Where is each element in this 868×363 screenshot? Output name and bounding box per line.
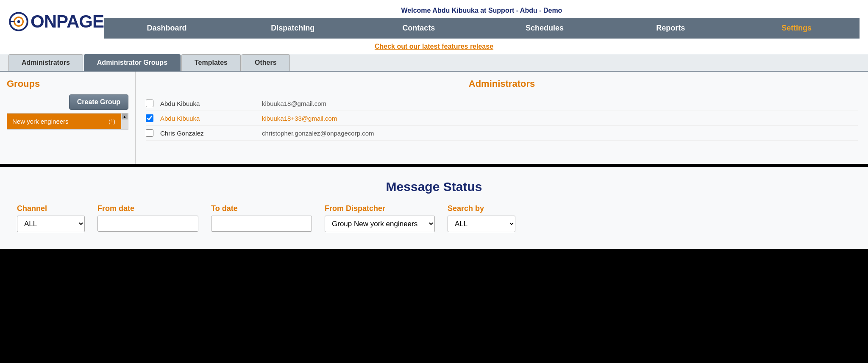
- nav-bar: Dashboard Dispatching Contacts Schedules…: [104, 18, 860, 39]
- admin-row: Chris Gonzalez christopher.gonzalez@onpa…: [146, 126, 858, 141]
- admin-checkbox-2[interactable]: [146, 129, 153, 137]
- filter-row: Channel ALL SMS Email Voice From date To…: [17, 204, 851, 232]
- search-by-filter-group: Search by ALL Name Email Number: [448, 204, 515, 232]
- header-row: ONPAGE Welcome Abdu Kibuuka at Support -…: [0, 0, 868, 39]
- admin-name-2: Chris Gonzalez: [160, 130, 262, 137]
- message-status-title: Message Status: [17, 180, 851, 194]
- channel-select[interactable]: ALL SMS Email Voice: [17, 216, 85, 232]
- admins-title: Administrators: [146, 78, 858, 89]
- admin-name-1: Abdu Kibuuka: [160, 115, 262, 122]
- admin-name-0: Abdu Kibuuka: [160, 100, 262, 107]
- groups-title: Groups: [7, 78, 128, 89]
- to-date-label: To date: [211, 204, 312, 213]
- channel-filter-group: Channel ALL SMS Email Voice: [17, 204, 85, 232]
- logo-text: ONPAGE: [31, 13, 104, 30]
- search-by-label: Search by: [448, 204, 515, 213]
- admin-row: Abdu Kibuuka kibuuka18@gmail.com: [146, 96, 858, 111]
- admin-email-1: kibuuka18+33@gmail.com: [262, 115, 337, 122]
- bottom-section: Message Status Channel ALL SMS Email Voi…: [0, 167, 868, 249]
- welcome-nav-area: Welcome Abdu Kibuuka at Support - Abdu -…: [104, 4, 860, 39]
- tab-administrators[interactable]: Administrators: [8, 54, 83, 71]
- group-item[interactable]: New york engineers (1): [7, 114, 128, 129]
- tabs-row: Administrators Administrator Groups Temp…: [0, 54, 868, 71]
- scrollbar[interactable]: ▲: [121, 114, 128, 129]
- admins-panel: Administrators Abdu Kibuuka kibuuka18@gm…: [136, 72, 868, 164]
- from-dispatcher-label: From Dispatcher: [325, 204, 435, 213]
- nav-schedules[interactable]: Schedules: [481, 18, 607, 39]
- channel-label: Channel: [17, 204, 85, 213]
- admin-row: Abdu Kibuuka kibuuka18+33@gmail.com: [146, 111, 858, 126]
- create-group-button[interactable]: Create Group: [69, 94, 128, 110]
- feature-banner: Check out our latest features release: [0, 39, 868, 54]
- group-name: New york engineers: [12, 118, 69, 125]
- to-date-filter-group: To date: [211, 204, 312, 232]
- nav-reports[interactable]: Reports: [608, 18, 734, 39]
- nav-contacts[interactable]: Contacts: [356, 18, 481, 39]
- onpage-logo-icon: [8, 11, 29, 32]
- from-date-filter-group: From date: [97, 204, 198, 232]
- nav-dispatching[interactable]: Dispatching: [230, 18, 356, 39]
- search-by-select[interactable]: ALL Name Email Number: [448, 216, 515, 232]
- tab-others[interactable]: Others: [242, 54, 290, 71]
- to-date-input[interactable]: [211, 216, 312, 232]
- groups-panel: Groups Create Group New york engineers (…: [0, 72, 136, 164]
- nav-dashboard[interactable]: Dashboard: [104, 18, 230, 39]
- admin-email-2: christopher.gonzalez@onpagecorp.com: [262, 130, 374, 137]
- group-count: (1): [108, 118, 115, 125]
- from-dispatcher-filter-group: From Dispatcher Group New york engineers…: [325, 204, 435, 232]
- group-list: New york engineers (1) ▲: [7, 113, 128, 130]
- main-content: Groups Create Group New york engineers (…: [0, 71, 868, 164]
- create-group-btn-wrap: Create Group: [7, 94, 128, 110]
- from-date-label: From date: [97, 204, 198, 213]
- scroll-up-arrow[interactable]: ▲: [122, 114, 128, 119]
- tab-admin-groups[interactable]: Administrator Groups: [84, 54, 181, 71]
- feature-link[interactable]: Check out our latest features release: [375, 43, 493, 50]
- svg-point-2: [17, 20, 20, 22]
- from-date-input[interactable]: [97, 216, 198, 232]
- admin-checkbox-0[interactable]: [146, 100, 153, 107]
- admin-checkbox-1[interactable]: [146, 114, 153, 122]
- tab-templates[interactable]: Templates: [181, 54, 241, 71]
- welcome-text: Welcome Abdu Kibuuka at Support - Abdu -…: [104, 4, 860, 18]
- admin-email-0: kibuuka18@gmail.com: [262, 100, 326, 107]
- from-dispatcher-select[interactable]: Group New york engineers ALL: [325, 216, 435, 232]
- logo-area: ONPAGE: [8, 11, 104, 32]
- nav-settings[interactable]: Settings: [734, 18, 860, 39]
- top-section: ONPAGE Welcome Abdu Kibuuka at Support -…: [0, 0, 868, 165]
